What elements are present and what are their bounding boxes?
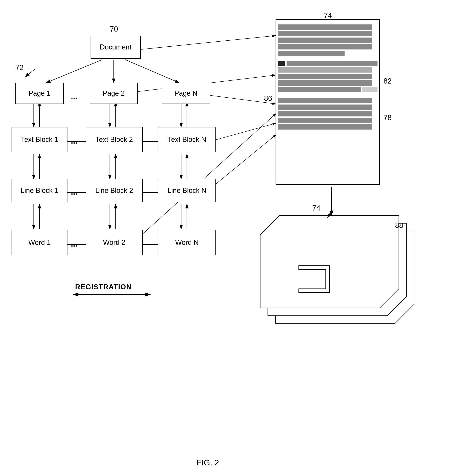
word2-node: Word 2 xyxy=(86,230,143,255)
ref-74b: 74 xyxy=(312,204,320,212)
document-node: Document xyxy=(91,36,141,59)
lineblock1-label: Line Block 1 xyxy=(21,186,58,195)
svg-marker-41 xyxy=(260,216,399,308)
textblockN-label: Text Block N xyxy=(168,135,206,144)
lineblock2-node: Line Block 2 xyxy=(86,179,143,202)
lineblock2-label: Line Block 2 xyxy=(95,186,133,195)
document-label: Document xyxy=(100,43,131,51)
document-visual xyxy=(275,19,380,185)
ref-86: 86 xyxy=(264,94,272,102)
ref-72: 72 xyxy=(15,63,23,72)
ref-74a: 74 xyxy=(324,11,332,20)
pageN-node: Page N xyxy=(162,83,210,104)
dots-textblocks: ... xyxy=(71,137,77,145)
svg-line-2 xyxy=(46,60,102,83)
page1-node: Page 1 xyxy=(15,83,63,104)
word2-label: Word 2 xyxy=(103,238,125,247)
wordN-node: Word N xyxy=(158,230,216,255)
textblock2-node: Text Block 2 xyxy=(86,127,143,152)
word1-label: Word 1 xyxy=(28,238,51,247)
pageN-label: Page N xyxy=(174,89,198,97)
svg-line-29 xyxy=(135,36,275,50)
textblock2-label: Text Block 2 xyxy=(95,135,133,144)
page2-label: Page 2 xyxy=(103,89,125,97)
dots-lineblocks: ... xyxy=(71,188,77,196)
svg-line-37 xyxy=(25,69,35,77)
lineblock1-node: Line Block 1 xyxy=(11,179,67,202)
fig-label: FIG. 2 xyxy=(197,458,219,467)
wordN-label: Word N xyxy=(175,238,199,247)
svg-line-32 xyxy=(206,123,276,142)
page1-label: Page 1 xyxy=(29,89,51,97)
registration-label: REGISTRATION xyxy=(75,283,132,291)
textblock1-node: Text Block 1 xyxy=(11,127,67,152)
svg-line-44 xyxy=(328,210,333,217)
ref-82: 82 xyxy=(383,77,391,85)
ref-88: 88 xyxy=(395,221,403,230)
svg-line-4 xyxy=(125,60,179,83)
page2-node: Page 2 xyxy=(90,83,138,104)
lineblockN-node: Line Block N xyxy=(158,179,216,202)
ref-78: 78 xyxy=(383,113,391,122)
dots-pages: ... xyxy=(71,92,77,101)
word1-node: Word 1 xyxy=(11,230,67,255)
ref-70: 70 xyxy=(110,25,118,33)
lineblockN-label: Line Block N xyxy=(168,186,206,195)
textblockN-node: Text Block N xyxy=(158,127,216,152)
stacked-pages-visual xyxy=(260,212,414,346)
textblock1-label: Text Block 1 xyxy=(21,135,58,144)
dots-words: ... xyxy=(71,240,77,248)
